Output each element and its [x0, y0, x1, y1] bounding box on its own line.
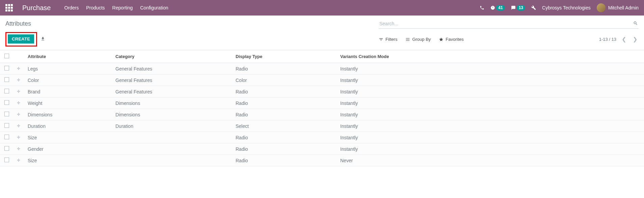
col-variants-mode[interactable]: Variants Creation Mode: [338, 50, 644, 63]
table-row[interactable]: BrandGeneral FeaturesRadioInstantly: [0, 86, 644, 97]
col-category[interactable]: Category: [113, 50, 233, 63]
table-row[interactable]: DurationDurationSelectInstantly: [0, 120, 644, 132]
row-checkbox[interactable]: [4, 66, 9, 70]
discuss-icon[interactable]: 13: [511, 5, 525, 10]
phone-icon[interactable]: [480, 5, 484, 10]
cell-display-type: Radio: [233, 132, 338, 143]
drag-handle-icon[interactable]: [16, 158, 22, 163]
table-row[interactable]: SizeRadioNever: [0, 155, 644, 166]
cell-display-type: Radio: [233, 86, 338, 97]
cell-attribute: Brand: [25, 86, 113, 97]
cell-display-type: Radio: [233, 143, 338, 155]
cell-category: Dimensions: [113, 109, 233, 120]
activity-badge: 41: [496, 5, 505, 10]
drag-handle-icon[interactable]: [16, 66, 22, 71]
row-checkbox[interactable]: [4, 89, 9, 93]
list-icon: [405, 37, 410, 42]
cell-variants-mode: Instantly: [338, 97, 644, 109]
row-checkbox[interactable]: [4, 146, 9, 151]
nav-orders[interactable]: Orders: [64, 5, 79, 10]
table-row[interactable]: GenderRadioInstantly: [0, 143, 644, 155]
groupby-button[interactable]: Group By: [405, 37, 431, 42]
create-button[interactable]: CREATE: [8, 34, 34, 44]
row-checkbox[interactable]: [4, 123, 9, 128]
cell-display-type: Radio: [233, 63, 338, 75]
search-input[interactable]: [379, 19, 639, 29]
star-icon: [439, 37, 444, 42]
cell-attribute: Weight: [25, 97, 113, 109]
cell-attribute: Dimensions: [25, 109, 113, 120]
apps-icon[interactable]: [5, 4, 13, 11]
company-name[interactable]: Cybrosys Technologies: [542, 5, 591, 10]
cell-category: Duration: [113, 120, 233, 132]
groupby-label: Group By: [412, 37, 431, 42]
cell-display-type: Radio: [233, 155, 338, 166]
table-row[interactable]: ColorGeneral FeaturesColorInstantly: [0, 75, 644, 86]
col-attribute[interactable]: Attribute: [25, 50, 113, 63]
drag-handle-icon[interactable]: [16, 101, 22, 106]
table-row[interactable]: DimensionsDimensionsRadioInstantly: [0, 109, 644, 120]
row-checkbox[interactable]: [4, 158, 9, 162]
pager-range[interactable]: 1-13 / 13: [599, 37, 616, 42]
avatar: [597, 3, 606, 12]
user-menu[interactable]: Mitchell Admin: [597, 3, 639, 12]
row-checkbox[interactable]: [4, 100, 9, 105]
cell-display-type: Radio: [233, 97, 338, 109]
pager-next[interactable]: ❯: [632, 36, 639, 43]
search-wrap: [379, 19, 639, 29]
cell-category: [113, 132, 233, 143]
filter-icon: [379, 37, 383, 42]
attributes-table: Attribute Category Display Type Variants…: [0, 50, 644, 166]
cell-variants-mode: Instantly: [338, 143, 644, 155]
nav-reporting[interactable]: Reporting: [112, 5, 133, 10]
pager-prev[interactable]: ❮: [620, 36, 627, 43]
drag-handle-icon[interactable]: [16, 124, 22, 129]
row-checkbox[interactable]: [4, 135, 9, 139]
drag-handle-icon[interactable]: [16, 147, 22, 151]
cell-display-type: Radio: [233, 109, 338, 120]
app-title[interactable]: Purchase: [22, 4, 51, 12]
drag-handle-icon[interactable]: [16, 112, 22, 117]
export-icon[interactable]: [41, 36, 45, 42]
cell-variants-mode: Instantly: [338, 120, 644, 132]
col-display-type[interactable]: Display Type: [233, 50, 338, 63]
pager: 1-13 / 13 ❮ ❯: [599, 36, 639, 43]
drag-handle-icon[interactable]: [16, 78, 22, 83]
cell-variants-mode: Instantly: [338, 109, 644, 120]
create-highlight: CREATE: [5, 32, 37, 47]
cell-attribute: Gender: [25, 143, 113, 155]
row-checkbox[interactable]: [4, 112, 9, 116]
debug-icon[interactable]: [531, 5, 536, 10]
cell-variants-mode: Instantly: [338, 75, 644, 86]
activity-icon[interactable]: 41: [490, 5, 505, 10]
search-options: Filters Group By Favorites 1-13 / 13 ❮ ❯: [379, 36, 639, 43]
discuss-badge: 13: [517, 5, 525, 10]
breadcrumb: Attributes: [5, 19, 31, 27]
filters-label: Filters: [385, 37, 397, 42]
cell-category: General Features: [113, 63, 233, 75]
navbar: Purchase Orders Products Reporting Confi…: [0, 0, 644, 16]
table-row[interactable]: WeightDimensionsRadioInstantly: [0, 97, 644, 109]
cell-variants-mode: Instantly: [338, 86, 644, 97]
cell-attribute: Size: [25, 155, 113, 166]
nav-products[interactable]: Products: [86, 5, 105, 10]
drag-handle-icon[interactable]: [16, 89, 22, 94]
nav-configuration[interactable]: Configuration: [140, 5, 168, 10]
row-checkbox[interactable]: [4, 77, 9, 82]
cell-display-type: Select: [233, 120, 338, 132]
cell-category: General Features: [113, 86, 233, 97]
cell-variants-mode: Instantly: [338, 63, 644, 75]
table-row[interactable]: LegsGeneral FeaturesRadioInstantly: [0, 63, 644, 75]
drag-handle-icon[interactable]: [16, 135, 22, 140]
search-icon[interactable]: [633, 21, 638, 27]
select-all-checkbox[interactable]: [4, 54, 9, 58]
nav-right: 41 13 Cybrosys Technologies Mitchell Adm…: [480, 3, 639, 12]
filters-button[interactable]: Filters: [379, 37, 397, 42]
cell-attribute: Size: [25, 132, 113, 143]
cell-category: General Features: [113, 75, 233, 86]
user-name: Mitchell Admin: [608, 5, 639, 10]
cell-category: [113, 143, 233, 155]
cell-category: [113, 155, 233, 166]
favorites-button[interactable]: Favorites: [439, 37, 463, 42]
table-row[interactable]: SizeRadioInstantly: [0, 132, 644, 143]
